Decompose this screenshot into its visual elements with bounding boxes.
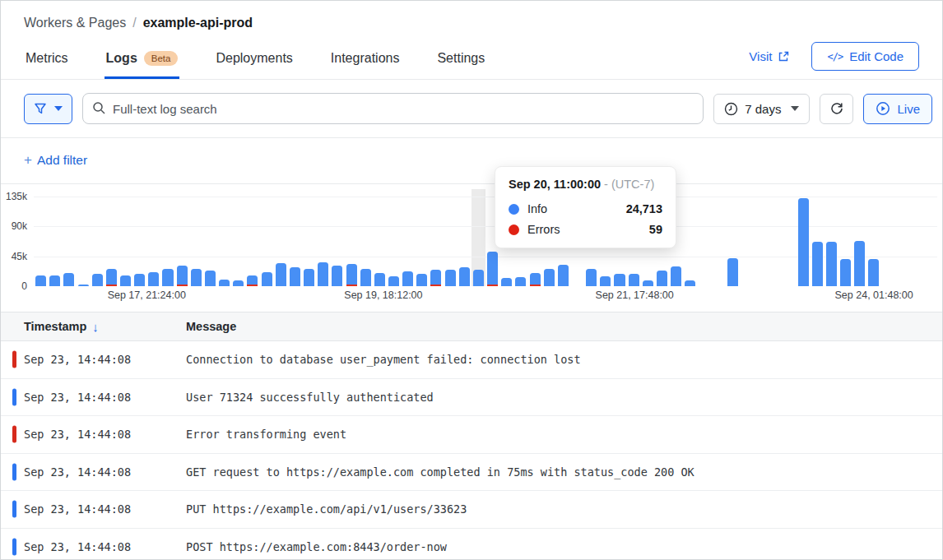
bar-info-segment — [445, 270, 456, 286]
chart-bar[interactable] — [316, 194, 330, 286]
live-button[interactable]: Live — [863, 94, 932, 124]
chart-bar[interactable] — [302, 194, 316, 286]
tab-label: Integrations — [331, 51, 400, 66]
y-axis-tick: 0 — [21, 280, 27, 292]
chart-bar[interactable] — [683, 194, 697, 286]
chart-bar[interactable] — [288, 194, 302, 286]
refresh-button[interactable] — [820, 94, 853, 124]
breadcrumb-section[interactable]: Workers & Pages — [24, 16, 126, 30]
chart-bar[interactable] — [203, 194, 217, 286]
log-row[interactable]: Sep 23, 14:44:08PUT https://example.com/… — [1, 491, 942, 529]
chart-bar[interactable] — [796, 194, 810, 286]
bar-info-segment — [304, 269, 314, 286]
chart-bar[interactable] — [444, 194, 458, 286]
funnel-icon — [34, 102, 47, 115]
chart-bar-hovered[interactable] — [472, 194, 485, 286]
edit-code-button[interactable]: </> Edit Code — [811, 42, 919, 71]
sort-descending-icon[interactable]: ↓ — [92, 320, 99, 334]
chart-bar[interactable] — [245, 194, 259, 286]
chart-bar[interactable] — [132, 194, 146, 286]
chart-bar[interactable] — [838, 194, 852, 286]
chart-bar[interactable] — [429, 194, 443, 286]
chart-bar[interactable] — [782, 194, 796, 286]
chart-bar[interactable] — [34, 194, 48, 286]
chart-bar[interactable] — [726, 194, 740, 286]
chart-bar[interactable] — [359, 194, 373, 286]
bar-info-segment — [727, 258, 738, 286]
log-row[interactable]: Sep 23, 14:44:08Connection to database u… — [1, 341, 942, 379]
chart-bar[interactable] — [330, 194, 344, 286]
chart-bar[interactable] — [48, 194, 62, 286]
bar-info-segment — [276, 263, 286, 286]
tab-integrations[interactable]: Integrations — [329, 43, 402, 79]
search-icon — [91, 100, 106, 118]
chart-bar[interactable] — [274, 194, 288, 286]
chart-bar[interactable] — [880, 194, 894, 286]
tab-settings[interactable]: Settings — [435, 43, 486, 79]
bar-info-segment — [854, 241, 865, 286]
chart-bar[interactable] — [740, 194, 754, 286]
chart-bar[interactable] — [189, 194, 203, 286]
log-row[interactable]: Sep 23, 14:44:08POST https://example.com… — [1, 529, 942, 560]
chart-bar[interactable] — [91, 194, 105, 286]
log-timestamp: Sep 23, 14:44:08 — [1, 353, 186, 366]
bar-info-segment — [402, 271, 413, 286]
chart-bar[interactable] — [895, 194, 909, 286]
bar-info-segment — [360, 269, 371, 286]
beta-badge: Beta — [144, 51, 179, 66]
bar-info-segment — [35, 275, 46, 286]
chart-bar[interactable] — [909, 194, 923, 286]
tab-metrics[interactable]: Metrics — [24, 43, 70, 79]
chart-bar[interactable] — [458, 194, 472, 286]
log-row[interactable]: Sep 23, 14:44:08User 71324 successfully … — [1, 379, 942, 417]
time-range-dropdown[interactable]: 7 days — [713, 94, 810, 124]
clock-icon — [724, 102, 738, 116]
bar-info-segment — [629, 274, 639, 286]
bar-info-segment — [614, 274, 625, 286]
tab-logs[interactable]: LogsBeta — [105, 43, 180, 79]
chart-bar[interactable] — [260, 194, 274, 286]
chart-bar[interactable] — [401, 194, 415, 286]
visit-link[interactable]: Visit — [749, 49, 790, 63]
timestamp-column-header[interactable]: Timestamp ↓ — [1, 320, 186, 334]
chart-bar[interactable] — [217, 194, 231, 286]
info-dot-icon — [509, 204, 519, 215]
add-filter-button[interactable]: + Add filter — [24, 152, 87, 169]
chart-bar[interactable] — [146, 194, 160, 286]
chart-bar[interactable] — [852, 194, 866, 286]
chart-bar[interactable] — [231, 194, 245, 286]
chart-bar[interactable] — [415, 194, 429, 286]
log-row[interactable]: Sep 23, 14:44:08Error transforming event — [1, 416, 942, 454]
bar-info-segment — [643, 280, 653, 286]
bar-errors-segment — [346, 285, 357, 286]
breadcrumb: Workers & Pages/example-api-prod — [24, 16, 919, 30]
chart-bar[interactable] — [825, 194, 838, 286]
search-input[interactable] — [82, 93, 704, 124]
chart-bar[interactable] — [118, 194, 132, 286]
bar-info-segment — [586, 269, 597, 286]
chart-bar[interactable] — [76, 194, 90, 286]
bar-info-segment — [530, 273, 541, 286]
chart-bar[interactable] — [373, 194, 387, 286]
chart-bar[interactable] — [387, 194, 401, 286]
tab-label: Deployments — [216, 51, 292, 66]
bar-info-segment — [78, 285, 89, 286]
chart-bar[interactable] — [866, 194, 880, 286]
filter-dropdown-button[interactable] — [24, 94, 72, 124]
chart-bar[interactable] — [344, 194, 358, 286]
log-row[interactable]: Sep 23, 14:44:08GET request to https://e… — [1, 454, 942, 492]
chart-bar[interactable] — [712, 194, 726, 286]
chart-bar[interactable] — [105, 194, 118, 286]
chart-bar[interactable] — [160, 194, 174, 286]
chart-bar[interactable] — [697, 194, 711, 286]
chart-bar[interactable] — [175, 194, 189, 286]
chart-bar[interactable] — [923, 194, 937, 286]
log-table-body: Sep 23, 14:44:08Connection to database u… — [1, 341, 942, 560]
chart-bar[interactable] — [811, 194, 825, 286]
chart-bar[interactable] — [754, 194, 768, 286]
tab-deployments[interactable]: Deployments — [214, 43, 294, 79]
tooltip-time: Sep 20, 11:00:00 — [509, 178, 601, 191]
edit-code-label: Edit Code — [849, 49, 904, 63]
chart-bar[interactable] — [62, 194, 76, 286]
chart-bar[interactable] — [768, 194, 782, 286]
